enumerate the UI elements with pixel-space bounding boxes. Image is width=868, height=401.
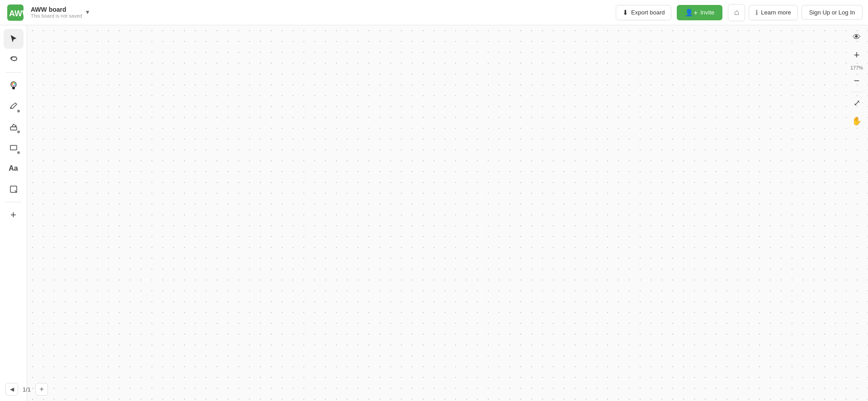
invite-label: Invite <box>700 9 714 16</box>
note-tool[interactable] <box>4 179 24 199</box>
shape-indicator <box>17 151 20 154</box>
info-icon: ℹ <box>755 9 758 17</box>
preview-button[interactable]: 👁 <box>849 29 865 45</box>
download-icon: ⬇ <box>623 9 628 17</box>
right-controls: 👁 + 177% − ⤢ ✋ <box>845 25 868 133</box>
eraser-tool[interactable] <box>4 117 24 137</box>
learn-more-button[interactable]: ℹ Learn more <box>749 5 797 20</box>
header: AWW AWW board This board is not saved ▼ … <box>0 0 868 25</box>
pen-indicator <box>17 110 20 112</box>
svg-point-9 <box>12 87 15 89</box>
svg-point-6 <box>14 84 15 86</box>
zoom-in-icon: + <box>854 49 860 61</box>
learn-more-label: Learn more <box>761 9 791 16</box>
fullscreen-button[interactable]: ⤢ <box>849 95 865 111</box>
page-prev-button[interactable]: ◀ <box>5 383 18 396</box>
signup-label: Sign Up or Log In <box>809 9 855 16</box>
signup-button[interactable]: Sign Up or Log In <box>802 5 863 20</box>
left-toolbar: Aa + <box>0 25 27 401</box>
shape-tool[interactable] <box>4 138 24 158</box>
pen-tool[interactable] <box>4 96 24 116</box>
canvas-area[interactable] <box>27 25 868 401</box>
chevron-left-icon: ◀ <box>10 386 14 392</box>
svg-point-5 <box>14 83 15 84</box>
page-indicator: 1/1 <box>21 386 33 393</box>
svg-point-3 <box>11 83 13 84</box>
zoom-in-button[interactable]: + <box>849 47 865 63</box>
export-button[interactable]: ⬇ Export board <box>616 5 671 20</box>
add-page-icon: + <box>39 385 43 393</box>
board-title: AWW board <box>31 6 82 14</box>
board-subtitle: This board is not saved <box>31 13 82 19</box>
eye-icon: 👁 <box>853 33 861 42</box>
invite-user-icon: 👤+ <box>685 9 698 17</box>
header-right: ⌂ ℹ Learn more Sign Up or Log In <box>728 4 863 21</box>
svg-rect-11 <box>10 145 17 150</box>
toolbar-divider-1 <box>5 72 22 73</box>
select-tool[interactable] <box>4 29 24 49</box>
toolbar-divider-2 <box>5 202 22 202</box>
svg-point-4 <box>13 82 14 84</box>
bottom-controls: ◀ 1/1 + <box>5 383 48 396</box>
svg-point-7 <box>13 85 14 87</box>
eraser-indicator <box>17 131 20 133</box>
color-tool[interactable] <box>4 75 24 95</box>
export-label: Export board <box>631 9 665 16</box>
board-title-area: AWW board This board is not saved ▼ <box>31 6 90 19</box>
expand-icon: ⤢ <box>854 98 860 108</box>
add-more-icon: + <box>10 209 16 221</box>
zoom-out-icon: − <box>854 75 860 87</box>
app-logo: AWW <box>5 3 25 23</box>
invite-button[interactable]: 👤+ Invite <box>677 5 722 20</box>
page-add-button[interactable]: + <box>35 383 48 396</box>
svg-text:AWW: AWW <box>9 9 24 18</box>
home-button[interactable]: ⌂ <box>728 4 745 21</box>
zoom-level: 177% <box>850 65 863 71</box>
board-dropdown-arrow[interactable]: ▼ <box>85 9 90 15</box>
add-more-tool[interactable]: + <box>4 205 24 225</box>
svg-point-8 <box>11 84 13 86</box>
text-icon: Aa <box>9 164 18 173</box>
text-tool[interactable]: Aa <box>4 159 24 178</box>
undo-tool[interactable] <box>4 50 24 70</box>
hand-icon: ✋ <box>852 116 862 126</box>
svg-rect-10 <box>10 127 17 130</box>
zoom-divider <box>850 92 863 92</box>
pan-button[interactable]: ✋ <box>849 113 865 129</box>
home-icon: ⌂ <box>734 8 739 17</box>
zoom-out-button[interactable]: − <box>849 73 865 89</box>
